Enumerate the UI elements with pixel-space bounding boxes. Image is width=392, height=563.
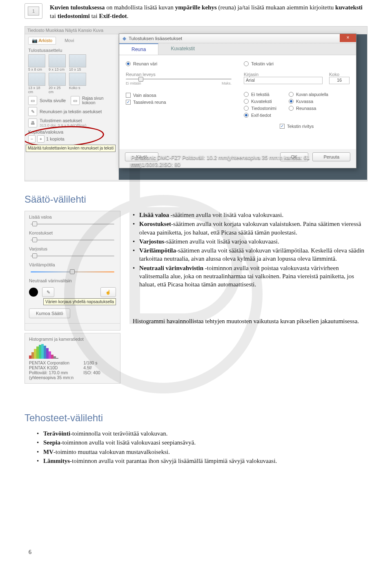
screenshot-left-panel: 📷 Arkisto Movi Tulostusasettelu 5 x 8 cm… xyxy=(25,34,119,180)
svg-rect-3 xyxy=(34,349,36,359)
neutral-color-swatch xyxy=(29,288,38,297)
svg-rect-8 xyxy=(46,348,49,359)
auto-color-button: ☝ xyxy=(100,287,116,297)
border-text-settings-icon: ✎ xyxy=(28,107,37,116)
tooltip-yellow: Määritä tulostettavien kuvien reunukset … xyxy=(26,145,116,152)
svg-rect-10 xyxy=(51,355,53,359)
photo-exif-caption: Panasonic DMC-FZ7 Polttoväli: 10.2 mm(yh… xyxy=(131,154,352,168)
fit-page-icon: ▭ xyxy=(28,96,37,105)
step-number: 1 xyxy=(28,7,39,16)
intro-row: 1 Kuvien tulostuksessa on mahdollista li… xyxy=(24,0,368,20)
close-icon: × xyxy=(340,34,356,42)
svg-rect-7 xyxy=(44,346,46,359)
print-layout-title: Tulostusasettelu xyxy=(28,48,115,53)
heading-tehosteet: Tehosteet-välilehti xyxy=(24,412,368,424)
tab-kuvatekstit: Kuvatekstit xyxy=(158,43,207,55)
svg-rect-1 xyxy=(29,355,31,359)
tuning-panel-screenshot: Lisää valoa Korostukset Varjostus Värilä… xyxy=(24,211,120,331)
page-number: 6 xyxy=(29,549,31,556)
histogram-desc: Histogrammi havainnollistaa tehtyjen muu… xyxy=(133,317,368,325)
crop-page-icon: ▭ xyxy=(71,96,80,105)
movies-tab: Movi xyxy=(65,38,74,43)
eyedropper-button: ✎ xyxy=(42,287,54,297)
color-fix-tooltip: Värien korjaus yhdellä napsautuksella xyxy=(43,298,116,305)
heading-saato: Säätö-välilehti xyxy=(24,194,368,205)
svg-rect-4 xyxy=(36,346,39,359)
histogram-graphic xyxy=(29,343,116,359)
svg-rect-6 xyxy=(41,344,44,359)
undo-tuning-button: Kumoa Säätö xyxy=(29,308,70,318)
saato-bullets: Lisää valoa -säätimen avulla voit lisätä… xyxy=(133,211,368,288)
svg-rect-5 xyxy=(39,345,41,359)
svg-rect-9 xyxy=(49,351,51,359)
histogram-panel-screenshot: Histogrammi ja kameratiedot PENTAX Corpo… xyxy=(24,333,120,384)
step-badge: 1 xyxy=(24,3,42,19)
arkisto-tab: 📷 Arkisto xyxy=(28,37,56,45)
svg-rect-12 xyxy=(56,358,58,359)
printer-settings-icon: 🖶 xyxy=(28,118,37,127)
print-settings-screenshot: Tiedosto Muokkaa Näytä Kansio Kuva 📷 Ark… xyxy=(24,26,368,181)
svg-rect-2 xyxy=(31,352,34,359)
intro-paragraph: Kuvien tulostuksessa on mahdollista lisä… xyxy=(50,3,368,20)
tehosteet-bullets: Terävöinti-toiminnolla voit terävöittää … xyxy=(37,429,368,465)
svg-rect-11 xyxy=(53,356,56,359)
print-advanced-dialog: ◆Tulostuksen lisäasetukset × Reuna Kuvat… xyxy=(119,34,356,168)
tab-reuna: Reuna xyxy=(119,43,158,55)
